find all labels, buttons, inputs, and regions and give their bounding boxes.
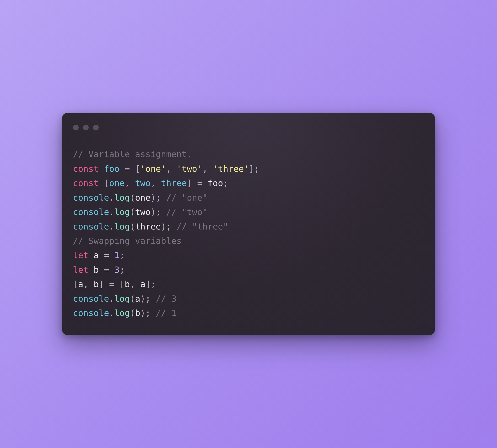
code-token: b: [94, 279, 99, 289]
code-token: );: [140, 308, 150, 318]
close-icon[interactable]: [73, 125, 79, 130]
code-line: console.log(b); // 1: [73, 306, 424, 320]
code-block: // Variable assignment.const foo = ['one…: [73, 147, 424, 320]
code-token: (: [130, 207, 135, 217]
code-token: (: [130, 193, 135, 203]
code-line: // Variable assignment.: [73, 147, 424, 161]
code-token: b: [125, 279, 130, 289]
code-token: [99, 164, 104, 174]
code-token: =: [104, 250, 109, 260]
code-token: );: [140, 294, 150, 304]
code-token: 'three': [213, 164, 249, 174]
code-line: [a, b] = [b, a];: [73, 277, 424, 291]
code-token: 'one': [140, 164, 166, 174]
code-token: [: [73, 279, 78, 289]
code-token: let: [73, 250, 88, 260]
code-token: one: [135, 193, 150, 203]
code-line: let a = 1;: [73, 248, 424, 262]
code-token: [109, 265, 115, 275]
code-token: const: [73, 178, 99, 188]
code-token: ]: [187, 178, 192, 188]
code-token: a: [88, 250, 104, 260]
code-token: // 3: [156, 294, 177, 304]
code-token: );: [150, 207, 161, 217]
code-token: ,: [125, 178, 135, 188]
code-token: console: [73, 294, 109, 304]
code-token: // Variable assignment.: [73, 149, 192, 159]
code-token: ];: [146, 279, 156, 289]
code-token: // 1: [156, 308, 177, 318]
code-token: (: [130, 294, 135, 304]
code-token: ,: [202, 164, 213, 174]
code-token: .: [109, 294, 115, 304]
code-token: three: [161, 178, 187, 188]
code-token: [109, 250, 115, 260]
code-token: ]: [99, 279, 104, 289]
code-token: [99, 178, 104, 188]
code-token: 'two': [177, 164, 202, 174]
code-token: [192, 178, 197, 188]
maximize-icon[interactable]: [93, 125, 99, 130]
code-token: ,: [166, 164, 176, 174]
code-line: console.log(two); // "two": [73, 205, 424, 219]
code-token: foo: [202, 178, 223, 188]
code-token: [: [135, 164, 140, 174]
code-token: two: [135, 207, 150, 217]
code-token: 1: [114, 250, 119, 260]
code-token: );: [161, 222, 171, 231]
code-line: const [one, two, three] = foo;: [73, 176, 424, 190]
code-line: console.log(three); // "three": [73, 220, 424, 234]
code-token: b: [88, 265, 104, 275]
code-token: [150, 294, 156, 304]
code-line: let b = 3;: [73, 263, 424, 277]
code-token: ,: [150, 178, 161, 188]
code-token: a: [140, 279, 146, 289]
code-token: =: [125, 164, 130, 174]
code-line: console.log(one); // "one": [73, 191, 424, 205]
code-token: ;: [119, 250, 125, 260]
code-token: log: [114, 222, 130, 231]
minimize-icon[interactable]: [83, 125, 89, 130]
code-token: [161, 207, 166, 217]
code-token: const: [73, 164, 99, 174]
code-token: .: [109, 193, 115, 203]
code-token: .: [109, 222, 115, 231]
code-line: console.log(a); // 3: [73, 292, 424, 306]
code-token: ,: [83, 279, 93, 289]
code-token: ;: [119, 265, 125, 275]
code-token: ;: [223, 178, 229, 188]
code-token: // "three": [177, 222, 229, 231]
code-token: (: [130, 308, 135, 318]
code-token: // "two": [166, 207, 207, 217]
code-token: one: [109, 178, 125, 188]
code-token: [130, 164, 135, 174]
code-window: // Variable assignment.const foo = ['one…: [62, 113, 435, 335]
code-token: (: [130, 222, 135, 231]
code-token: two: [135, 178, 150, 188]
code-token: console: [73, 308, 109, 318]
code-token: );: [150, 193, 161, 203]
code-token: .: [109, 207, 115, 217]
code-token: b: [135, 308, 140, 318]
code-token: ];: [249, 164, 259, 174]
code-token: [104, 279, 109, 289]
code-token: three: [135, 222, 161, 231]
code-token: // Swapping variables: [73, 236, 182, 246]
code-token: [171, 222, 177, 231]
code-token: ,: [130, 279, 140, 289]
code-token: .: [109, 308, 115, 318]
code-token: console: [73, 222, 109, 231]
code-token: =: [104, 265, 109, 275]
code-token: [114, 279, 119, 289]
code-token: a: [135, 294, 140, 304]
code-token: log: [114, 193, 130, 203]
code-token: // "one": [166, 193, 207, 203]
window-controls: [73, 125, 424, 130]
code-token: [: [119, 279, 125, 289]
code-token: =: [197, 178, 202, 188]
code-token: let: [73, 265, 88, 275]
code-token: log: [114, 294, 130, 304]
code-token: foo: [104, 164, 119, 174]
code-token: log: [114, 207, 130, 217]
code-token: [: [104, 178, 109, 188]
